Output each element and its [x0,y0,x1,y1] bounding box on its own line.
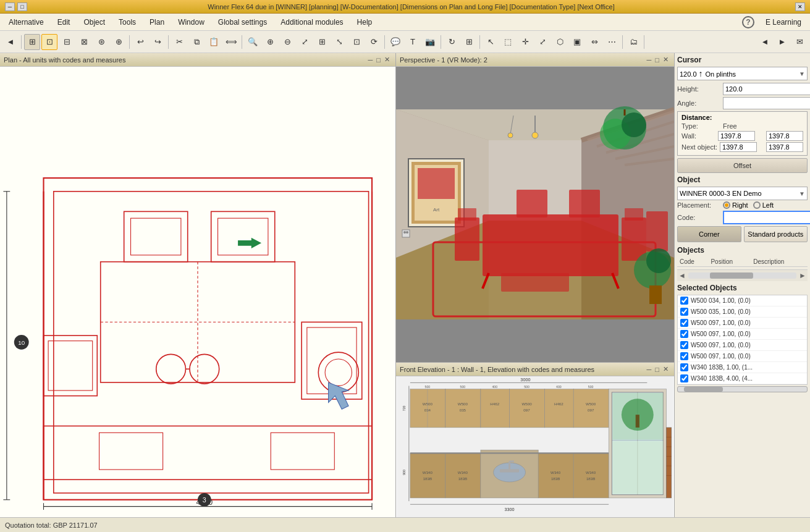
align-button[interactable]: ⇔ [586,34,602,50]
selected-item-checkbox[interactable] [680,319,688,327]
cut-button[interactable]: ✂ [171,34,187,50]
nav-mail[interactable]: ✉ [791,34,808,50]
select-box-button[interactable]: ⬚ [500,34,516,50]
persp-restore[interactable]: □ [653,56,661,64]
radio-left[interactable]: Left [753,201,774,209]
comment-button[interactable]: 💬 [387,34,403,50]
elearning-link[interactable]: E Learning [759,16,808,28]
zoom-btn-1[interactable]: 🔍 [245,34,261,50]
list-item[interactable]: W500 035, 1.00, (0.0) [678,306,807,318]
scroll-left-arrow[interactable]: ◄ [678,271,686,280]
height-label: Height: [677,85,720,93]
selected-item-checkbox[interactable] [680,363,688,371]
plan-restore[interactable]: □ [374,56,382,64]
corner-button[interactable]: Corner [677,226,741,242]
menu-alternative[interactable]: Alternative [2,16,50,28]
text-button[interactable]: T [405,34,421,50]
list-item[interactable]: W500 097, 1.00, (0.0) [678,351,807,362]
menu-window[interactable]: Window [172,16,211,28]
persp-close[interactable]: ✕ [661,56,670,64]
menu-help[interactable]: Help [351,16,379,28]
menu-object[interactable]: Object [77,16,111,28]
menu-tools[interactable]: Tools [112,16,142,28]
code-input[interactable] [723,211,810,224]
list-item[interactable]: W500 034, 1.00, (0.0) [678,295,807,306]
move-button[interactable]: ✛ [517,34,533,50]
selected-item-checkbox[interactable] [680,297,688,305]
cursor-mode-dropdown[interactable]: 120.0 ↑ On plinths ▼ [677,67,808,80]
help-icon[interactable]: ? [742,16,754,28]
menu-edit[interactable]: Edit [51,16,77,28]
menu-plan[interactable]: Plan [143,16,171,28]
zoom-btn-8[interactable]: ⟳ [366,34,382,50]
mirror-button[interactable]: ⟺ [223,34,239,50]
elevation-content[interactable]: 3000 W500 034 W500 035 H462 [396,376,674,517]
wall-button[interactable]: ▣ [569,34,585,50]
svg-rect-9 [44,336,98,396]
view-btn-6[interactable]: ⊕ [111,34,127,50]
list-item[interactable]: W500 097, 1.00, (0.0) [678,340,807,351]
object-dropdown[interactable]: WINNER 0000-3 EN Demo ▼ [677,187,808,200]
menu-global-settings[interactable]: Global settings [212,16,273,28]
height-input[interactable] [723,83,810,95]
drag-button[interactable]: ⬡ [552,34,568,50]
list-item[interactable]: W500 097, 1.00, (0.0) [678,318,807,329]
catalog-button[interactable]: 🗂 [625,34,641,50]
copy-button[interactable]: ⧉ [188,34,205,50]
list-item[interactable]: W340 183B, 1.00, (1... [678,362,807,373]
selected-item-checkbox[interactable] [680,352,688,360]
view-btn-3[interactable]: ⊟ [59,34,75,50]
zoom-btn-6[interactable]: ⤡ [331,34,347,50]
plan-close[interactable]: ✕ [382,56,392,64]
list-item[interactable]: W500 097, 1.00, (0.0) [678,329,807,340]
close-button[interactable]: ✕ [795,2,805,11]
selected-item-checkbox[interactable] [680,308,688,316]
selected-objects-list[interactable]: W500 034, 1.00, (0.0)W500 035, 1.00, (0.… [677,295,808,385]
plan-minimize[interactable]: ─ [366,56,375,64]
plan-view[interactable]: Plan - All units with codes and measures… [0,53,395,517]
menu-additional-modules[interactable]: Additional modules [274,16,349,28]
zoom-btn-5[interactable]: ⊞ [314,34,330,50]
paste-button[interactable]: 📋 [206,34,222,50]
resize-button[interactable]: ⤢ [534,34,551,50]
radio-right[interactable]: Right [723,201,748,209]
more-button[interactable]: ⋯ [604,34,620,50]
zoom-btn-2[interactable]: ⊕ [262,34,278,50]
zoom-btn-4[interactable]: ⤢ [297,34,313,50]
zoom-btn-7[interactable]: ⊡ [348,34,365,50]
elevation-titlebar: Front Elevation - 1 : Wall - 1, Elevatio… [396,363,674,376]
table-button[interactable]: ⊞ [461,34,477,50]
redo-button[interactable]: ↪ [150,34,166,50]
view-btn-2[interactable]: ⊡ [41,34,57,50]
title-bar: ─ □ Winner Flex 64 due in [WINNER] [plan… [0,0,810,14]
plan-canvas[interactable]: 4000 3 10 [0,67,395,517]
list-item[interactable]: W340 183B, 4.00, (4... [678,373,807,384]
view-btn-1[interactable]: ⊞ [24,34,40,50]
selected-item-checkbox[interactable] [680,330,688,338]
view-btn-5[interactable]: ⊛ [93,34,109,50]
selected-item-checkbox[interactable] [680,374,688,382]
elev-close[interactable]: ✕ [661,365,670,373]
maximize-button[interactable]: □ [17,2,27,11]
minimize-button[interactable]: ─ [5,2,15,11]
elev-minimize[interactable]: ─ [645,366,654,373]
scroll-right-arrow[interactable]: ► [799,271,806,280]
select-button[interactable]: ↖ [483,34,499,50]
offset-button[interactable]: Offset [677,158,808,173]
elev-restore[interactable]: □ [653,366,661,373]
rotate-button[interactable]: ↻ [444,34,460,50]
angle-input[interactable] [723,97,810,109]
nav-left[interactable]: ◄ [757,34,773,50]
selected-item-checkbox[interactable] [680,341,688,349]
zoom-btn-3[interactable]: ⊖ [279,34,295,50]
persp-minimize[interactable]: ─ [645,56,654,64]
undo-button[interactable]: ↩ [132,34,148,50]
view-btn-4[interactable]: ⊠ [76,34,92,50]
nav-right[interactable]: ► [774,34,790,50]
back-button[interactable]: ◄ [2,34,19,50]
perspective-content[interactable]: Art [396,67,674,362]
scroll-track[interactable] [688,272,796,279]
standard-products-button[interactable]: Standard products [744,226,808,242]
col-code: Code [677,257,708,267]
photo-button[interactable]: 📷 [422,34,438,50]
